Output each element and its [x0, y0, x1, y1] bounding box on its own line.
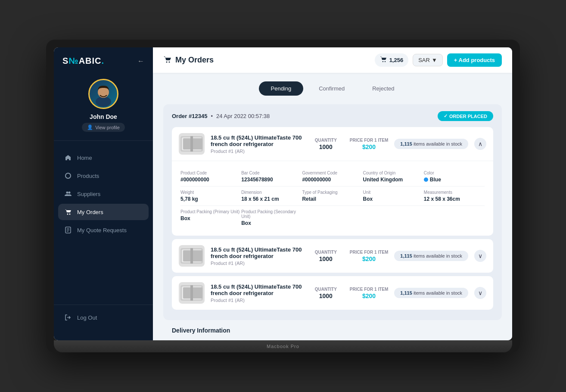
details-row-packing: Product Packing (Primary Unit) Box Produ… — [180, 206, 485, 230]
product-name-3: 18.5 cu ft (524L) UltimateTaste 700 fren… — [211, 283, 309, 296]
currency-selector[interactable]: SAR ▼ — [413, 54, 443, 66]
cart-count: 1,256 — [389, 57, 404, 63]
svg-rect-24 — [190, 248, 193, 264]
suppliers-icon — [64, 190, 72, 198]
product-name-1: 18.5 cu ft (524L) UltimateTaste 700 fren… — [211, 134, 309, 147]
detail-dimension: Dimension 18 x 56 x 21 cm — [241, 190, 302, 202]
product-image-2 — [179, 245, 205, 267]
svg-point-0 — [96, 96, 111, 107]
expand-button-2[interactable]: ∨ — [474, 250, 486, 262]
back-button[interactable]: ← — [137, 57, 144, 65]
qty-block-1: QUANTITY 1000 — [315, 138, 337, 150]
detail-bar-code: Bar Code 12345678890 — [241, 171, 302, 183]
stock-badge-3: 1,115 items available in stock — [394, 288, 468, 298]
product-row-2: 18.5 cu ft (524L) UltimateTaste 700 fren… — [172, 239, 493, 273]
order-status-badge: ✓ ORDER PLACED — [438, 111, 493, 121]
delivery-info: Mr. Mohammad S. ALI 8228 King Abdulaziz … — [172, 338, 493, 340]
laptop-screen: S№ABIC. ← John D — [54, 47, 512, 340]
logo: S№ABIC. — [62, 56, 104, 66]
product-info-2: 18.5 cu ft (524L) UltimateTaste 700 fren… — [211, 246, 309, 266]
svg-point-14 — [384, 61, 385, 62]
person-icon: 👤 — [87, 124, 93, 130]
logout-button[interactable]: Log Out — [58, 309, 149, 326]
svg-point-11 — [166, 61, 168, 62]
qty-value-1: 1000 — [315, 143, 337, 150]
delivery-title: Delivery Information — [172, 327, 493, 334]
svg-rect-18 — [192, 138, 202, 149]
laptop-shell: S№ABIC. ← John D — [46, 40, 520, 352]
color-dot — [424, 177, 428, 182]
color-value: Blue — [424, 177, 485, 183]
tab-rejected[interactable]: Rejected — [360, 81, 406, 96]
tab-confirmed[interactable]: Confirmed — [307, 81, 357, 96]
product-qty-price-2: QUANTITY 1000 PRICE FOR 1 ITEM $200 — [315, 250, 389, 262]
nav-section: Home Products — [54, 141, 153, 305]
detail-packing-primary: Product Packing (Primary Unit) Box — [180, 209, 241, 226]
svg-point-4 — [68, 192, 71, 194]
detail-product-code: Product Code #000000000 — [180, 171, 241, 183]
top-bar-actions: 1,256 SAR ▼ + Add products — [375, 53, 502, 67]
price-value-1: $200 — [350, 143, 388, 150]
sidebar-item-quote-requests[interactable]: My Quote Requests — [58, 222, 149, 238]
order-id-date: Order #12345 • 24 Apr 2022 00:57:38 — [172, 113, 270, 119]
quote-icon — [64, 226, 72, 234]
product-sub-3: Product #1 (AR) — [211, 298, 309, 303]
stock-badge-2: 1,115 items available in stock — [394, 251, 468, 261]
sidebar-item-suppliers[interactable]: Suppliers — [58, 186, 149, 202]
product-sub-2: Product #1 (AR) — [211, 261, 309, 266]
page-title-area: My Orders — [163, 56, 214, 65]
tabs-row: Pending Confirmed Rejected — [163, 81, 502, 96]
tab-pending[interactable]: Pending — [259, 81, 304, 96]
content-area: Pending Confirmed Rejected Order #12345 … — [153, 73, 512, 340]
detail-color: Color Blue — [424, 171, 485, 183]
sidebar-item-my-orders[interactable]: My Orders — [58, 204, 149, 220]
price-value-2: $200 — [350, 255, 388, 262]
top-bar: My Orders 1,256 SA — [153, 47, 512, 73]
delivery-section: Delivery Information Mr. Mohammad S. ALI… — [163, 327, 502, 340]
delivery-name: Mr. Mohammad S. ALI — [172, 338, 493, 340]
qty-value-2: 1000 — [315, 255, 337, 262]
detail-packaging: Type of Packaging Retail — [302, 190, 363, 202]
view-profile-button[interactable]: 👤 View profile — [82, 123, 125, 132]
detail-unit: Unit Box — [363, 190, 424, 202]
sidebar: S№ABIC. ← John D — [54, 47, 153, 340]
svg-rect-23 — [192, 250, 202, 261]
order-header: Order #12345 • 24 Apr 2022 00:57:38 ✓ OR… — [172, 111, 493, 121]
svg-rect-27 — [183, 287, 191, 299]
orders-title-icon — [163, 56, 171, 65]
detail-gov-code: Government Code #000000000 — [302, 171, 363, 183]
home-icon — [64, 154, 72, 162]
svg-point-2 — [65, 173, 71, 178]
sidebar-header: S№ABIC. ← — [54, 56, 153, 75]
add-products-button[interactable]: + Add products — [447, 53, 502, 67]
product-row-1: 18.5 cu ft (524L) UltimateTaste 700 fren… — [172, 127, 493, 161]
sidebar-item-products[interactable]: Products — [58, 168, 149, 184]
svg-point-13 — [382, 61, 383, 62]
detail-measurements: Measurements 12 x 58 x 36cm — [424, 190, 485, 202]
product-info-1: 18.5 cu ft (524L) UltimateTaste 700 fren… — [211, 134, 309, 154]
expand-button-3[interactable]: ∨ — [474, 287, 486, 299]
laptop-model: Macbook Pro — [267, 344, 299, 349]
order-date: 24 Apr 2022 00:57:38 — [216, 113, 270, 119]
product-image-3 — [179, 282, 205, 304]
svg-point-6 — [69, 214, 71, 215]
price-value-3: $200 — [350, 292, 388, 299]
user-name: John Doe — [90, 113, 117, 120]
product-row-3: 18.5 cu ft (524L) UltimateTaste 700 fren… — [172, 276, 493, 310]
chevron-down-icon: ▼ — [432, 57, 437, 63]
qty-value-3: 1000 — [315, 292, 337, 299]
svg-rect-17 — [183, 138, 191, 149]
product-qty-price-1: QUANTITY 1000 PRICE FOR 1 ITEM $200 — [315, 138, 389, 150]
cart-badge: 1,256 — [375, 53, 409, 67]
order-separator: • — [211, 113, 213, 119]
page-title: My Orders — [175, 56, 214, 65]
product-sub-1: Product #1 (AR) — [211, 149, 309, 154]
check-icon: ✓ — [444, 113, 448, 119]
svg-point-3 — [66, 192, 68, 194]
svg-rect-19 — [190, 136, 193, 152]
stock-badge-1: 1,115 items available in stock — [394, 139, 468, 149]
sidebar-item-home[interactable]: Home — [58, 149, 149, 166]
order-card: Order #12345 • 24 Apr 2022 00:57:38 ✓ OR… — [163, 104, 502, 320]
expand-button-1[interactable]: ∧ — [474, 138, 486, 150]
order-id: Order #12345 — [172, 113, 207, 119]
